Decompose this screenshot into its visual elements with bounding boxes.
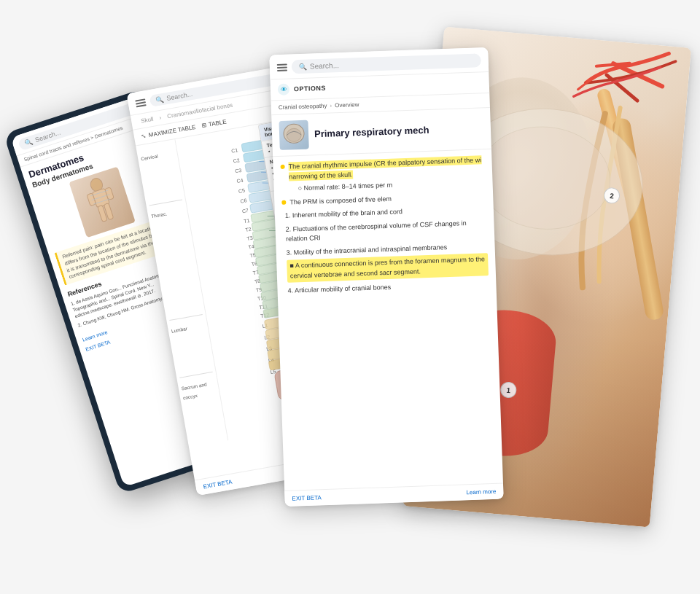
numbered-item-2: 2. Fluctuations of the cerebrospinal vol… — [282, 218, 487, 245]
bullet-dot — [281, 165, 285, 169]
svg-text:C4: C4 — [236, 178, 244, 184]
cervical-label: Cervical — [139, 143, 182, 206]
chevron-icon: › — [330, 102, 332, 109]
search-icon: 🔍 — [155, 95, 165, 104]
cranial-search-placeholder: Search... — [310, 61, 339, 70]
cranial-item1: Inherent mobility of the brain and cord — [292, 208, 402, 219]
numbered-item-3: 3. Motility of the intracranial and intr… — [284, 241, 489, 283]
table-icon: ⊞ — [201, 122, 206, 129]
cranial-hamburger-icon[interactable] — [277, 63, 287, 71]
chevron-icon: › — [159, 114, 162, 121]
svg-text:C5: C5 — [238, 187, 245, 193]
cranial-item4: Articular mobility of cranial bones — [295, 284, 391, 294]
cranial-thumb-svg — [279, 120, 308, 150]
lumbar-label: Lumbar — [169, 315, 212, 378]
search-icon: 🔍 — [299, 63, 307, 70]
cranial-content: The cranial rhythmic impulse (CR the pal… — [273, 149, 497, 306]
cranial-learn-more[interactable]: Learn more — [466, 488, 496, 496]
svg-text:C1: C1 — [230, 147, 238, 153]
card-cranial: 🔍 Search... 👁 OPTIONS Cranial osteopathy… — [269, 47, 503, 507]
table-btn[interactable]: ⊞ TABLE — [201, 118, 227, 129]
cranial-thumbnail — [279, 120, 308, 150]
cranial-item3: Motility of the intracranial and intrasp… — [294, 243, 448, 256]
search-icon: 🔍 — [24, 138, 34, 147]
bullet-intro: The cranial rhythmic impulse (CR the pal… — [280, 155, 485, 194]
options-eye-icon: 👁 — [278, 83, 290, 95]
cranial-article-title: Primary respiratory mech — [314, 124, 429, 140]
cranial-prm-text: The PRM is composed of five elem — [289, 194, 392, 207]
cranial-exit-beta[interactable]: EXIT BETA — [292, 494, 321, 501]
options-label: OPTIONS — [294, 85, 326, 93]
sacrum-label: Sacrum and coccyx — [179, 372, 220, 421]
svg-text:T3: T3 — [246, 235, 252, 241]
cranial-normal-rate: Normal rate: 8–14 times per m — [303, 181, 392, 192]
numbered-item-4: 4. Articular mobility of cranial bones — [284, 279, 489, 296]
cranial-search-box[interactable]: 🔍 Search... — [292, 53, 482, 74]
svg-text:T2: T2 — [244, 227, 251, 232]
body-figure-svg — [77, 172, 128, 232]
svg-text:C7: C7 — [241, 208, 249, 214]
skull-search-placeholder: Search... — [166, 90, 193, 102]
hamburger-icon[interactable] — [135, 98, 147, 107]
cranial-continuous-text: A continuous connection is pres from the… — [290, 255, 485, 279]
cranial-item2: Fluctuations of the cerebrospinal volume… — [286, 219, 467, 243]
bullet-dot-2 — [281, 200, 286, 204]
maximize-icon: ⤡ — [141, 133, 147, 140]
main-scene: 🔍 Search... Spinal cord tracts and refle… — [0, 0, 700, 594]
dermatomes-search-placeholder: Search... — [34, 129, 61, 144]
svg-text:C6: C6 — [239, 198, 246, 203]
cranial-thumb-row: Primary respiratory mech — [271, 108, 491, 157]
svg-text:C3: C3 — [234, 168, 241, 173]
dermatomes-figure — [69, 166, 135, 238]
cranial-intro-text: The cranial rhythmic impulse (CR the pal… — [288, 155, 481, 181]
svg-text:C2: C2 — [233, 157, 240, 163]
svg-text:T1: T1 — [243, 218, 249, 224]
